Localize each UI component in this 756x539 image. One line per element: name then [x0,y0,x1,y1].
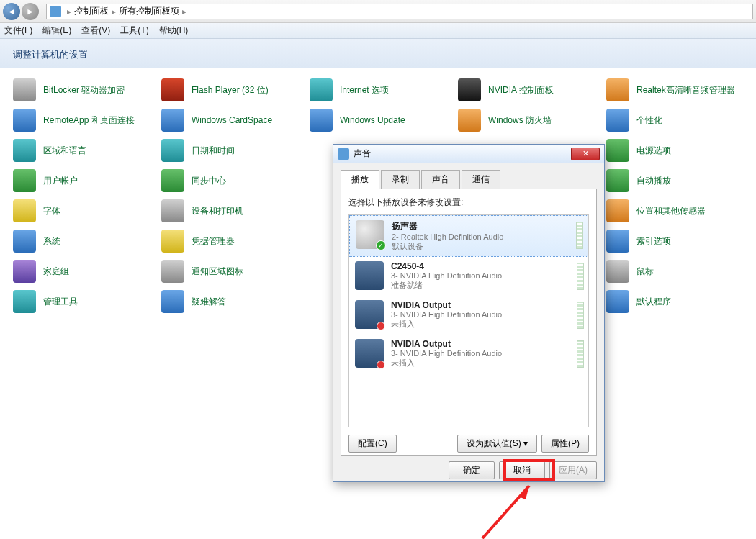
cp-item-sync-center[interactable]: 同步中心 [161,166,310,196]
panel-hint: 选择以下播放设备来修改设置: [348,196,589,209]
device-name: C2450-4 [391,261,502,271]
cp-item-label: 自动播放 [636,175,671,187]
cp-item-label: 通知区域图标 [192,266,243,278]
menu-view[interactable]: 查看(V) [81,24,110,37]
cp-item-label: 用户帐户 [43,175,78,187]
cp-item-label: 电源选项 [636,145,671,157]
dialog-tabs: 播放 录制 声音 通信 [341,169,597,189]
menu-edit[interactable]: 编辑(E) [42,24,71,37]
personalization-icon [606,109,629,132]
cp-item-system[interactable]: 系统 [13,226,161,256]
cp-item-troubleshoot[interactable]: 疑难解答 [161,286,310,317]
cp-item-power-options[interactable]: 电源选项 [606,135,755,166]
autoplay-icon [606,169,629,192]
ok-button[interactable]: 确定 [449,461,495,479]
cp-item-label: 索引选项 [636,235,671,248]
cp-item-indexing[interactable]: 索引选项 [606,226,755,256]
cp-item-credential-manager[interactable]: 凭据管理器 [161,226,310,256]
default-programs-icon [606,290,629,313]
cp-item-realtek-audio[interactable]: Realtek高清晰音频管理器 [606,75,755,105]
menu-file[interactable]: 文件(F) [4,24,32,37]
device-row[interactable]: ✓扬声器2- Realtek High Definition Audio默认设备 [349,215,588,257]
properties-button[interactable]: 属性(P) [541,435,589,453]
cp-item-windows-update[interactable]: Windows Update [310,105,458,135]
date-time-icon [161,139,184,162]
cp-item-bitlocker[interactable]: BitLocker 驱动器加密 [13,75,161,105]
chevron-right-icon: ▸ [182,6,186,17]
forward-button[interactable]: ► [22,3,39,20]
cp-item-firewall[interactable]: Windows 防火墙 [458,105,606,135]
menu-help[interactable]: 帮助(H) [159,24,189,37]
cp-item-date-time[interactable]: 日期和时间 [161,135,310,166]
chevron-right-icon: ▸ [112,6,116,17]
cp-item-location-sensors[interactable]: 位置和其他传感器 [606,196,755,226]
cp-item-flash-player[interactable]: Flash Player (32 位) [161,75,310,105]
cp-item-cardspace[interactable]: Windows CardSpace [161,105,310,135]
monitor-icon [355,261,384,290]
apply-button[interactable]: 应用(A) [549,461,597,479]
cp-item-remoteapp[interactable]: RemoteApp 和桌面连接 [13,105,161,135]
back-button[interactable]: ◄ [3,3,20,20]
cp-item-label: 疑难解答 [192,296,226,308]
mouse-icon [606,260,629,283]
cp-item-nvidia-control-panel[interactable]: NVIDIA 控制面板 [458,75,606,105]
fonts-icon [13,199,36,222]
error-icon [377,322,385,330]
sync-center-icon [161,169,184,192]
cp-item-label: Realtek高清晰音频管理器 [636,84,735,96]
device-row[interactable]: NVIDIA Output3- NVIDIA High Definition A… [349,296,588,335]
tab-communications[interactable]: 通信 [462,170,500,189]
cp-item-admin-tools[interactable]: 管理工具 [13,286,161,317]
cp-item-devices-printers[interactable]: 设备和打印机 [161,196,310,226]
cp-item-internet-options[interactable]: Internet 选项 [310,75,458,105]
cp-item-label: 家庭组 [43,266,69,278]
cp-item-personalization[interactable]: 个性化 [606,105,755,135]
cp-item-label: Internet 选项 [340,84,389,96]
troubleshoot-icon [161,290,184,313]
cp-item-default-programs[interactable]: 默认程序 [606,286,755,317]
cp-item-user-accounts[interactable]: 用户帐户 [13,166,161,196]
bc-current[interactable]: 所有控制面板项 [119,5,179,17]
cp-item-region-language[interactable]: 区域和语言 [13,135,161,166]
speaker-icon: ✓ [356,220,384,249]
configure-button[interactable]: 配置(C) [348,435,397,453]
cp-item-fonts[interactable]: 字体 [13,196,161,226]
cp-item-notification-icons[interactable]: 通知区域图标 [161,256,310,286]
tab-sounds[interactable]: 声音 [421,170,460,189]
close-button[interactable]: ✕ [571,148,600,160]
cp-item-mouse[interactable]: 鼠标 [606,256,755,286]
toolbar: 调整计算机的设置 [0,39,756,68]
playback-panel: 选择以下播放设备来修改设置: ✓扬声器2- Realtek High Defin… [341,189,597,456]
device-subtitle: 3- NVIDIA High Definition Audio [391,271,502,280]
nav-bar: ◄ ► ▸ 控制面板 ▸ 所有控制面板项 ▸ [0,0,756,23]
dialog-title: 声音 [354,148,371,160]
device-name: 扬声器 [392,220,503,232]
indexing-icon [606,230,629,253]
cp-item-label: 凭据管理器 [192,235,235,248]
device-row[interactable]: C2450-43- NVIDIA High Definition Audio准备… [349,257,588,296]
tab-playback[interactable]: 播放 [341,170,379,189]
device-name: NVIDIA Output [391,339,502,349]
flash-player-icon [161,78,184,101]
device-list[interactable]: ✓扬声器2- Realtek High Definition Audio默认设备… [348,214,589,427]
menu-tools[interactable]: 工具(T) [120,24,148,37]
admin-tools-icon [13,290,36,313]
cp-item-autoplay[interactable]: 自动播放 [606,166,755,196]
remoteapp-icon [13,109,36,132]
cancel-button[interactable]: 取消 [499,461,545,479]
cp-item-label: 位置和其他传感器 [636,205,706,217]
nvidia-control-panel-icon [458,78,481,101]
cp-item-label: 日期和时间 [192,145,235,157]
homegroup-icon [13,260,36,283]
error-icon [377,361,385,369]
dialog-titlebar[interactable]: 声音 ✕ [333,145,604,163]
device-subtitle: 3- NVIDIA High Definition Audio [391,349,502,358]
device-status: 未插入 [391,319,502,330]
cp-item-label: 区域和语言 [43,145,86,157]
bc-root[interactable]: 控制面板 [74,5,109,17]
cp-item-homegroup[interactable]: 家庭组 [13,256,161,286]
device-row[interactable]: NVIDIA Output3- NVIDIA High Definition A… [349,335,588,373]
tab-recording[interactable]: 录制 [381,170,420,189]
set-default-button[interactable]: 设为默认值(S) ▾ [457,435,537,453]
breadcrumb[interactable]: ▸ 控制面板 ▸ 所有控制面板项 ▸ [46,4,753,19]
